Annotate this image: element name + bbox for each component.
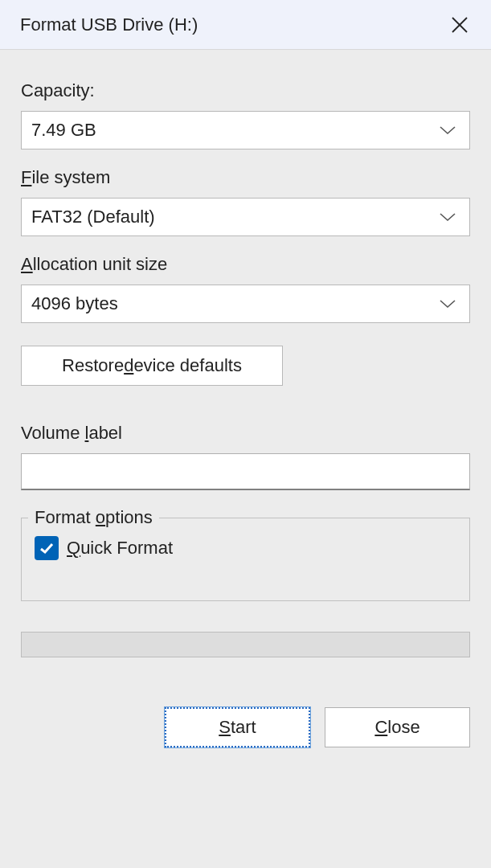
- chevron-down-icon: [439, 211, 456, 223]
- restore-defaults-button[interactable]: Restore device defaults: [21, 346, 283, 386]
- volume-label-input[interactable]: [21, 453, 470, 490]
- filesystem-value: FAT32 (Default): [31, 207, 155, 227]
- start-button[interactable]: Start: [165, 707, 310, 747]
- format-options-group: Format options Quick Format: [21, 518, 470, 601]
- chevron-down-icon: [439, 125, 456, 136]
- quick-format-row: Quick Format: [35, 536, 456, 560]
- allocation-dropdown[interactable]: 4096 bytes: [21, 285, 470, 323]
- quick-format-checkbox[interactable]: [35, 536, 59, 560]
- quick-format-label: Quick Format: [67, 538, 173, 559]
- button-row: Start Close: [21, 707, 470, 747]
- format-options-legend: Format options: [28, 507, 159, 528]
- chevron-down-icon: [439, 298, 456, 309]
- filesystem-dropdown[interactable]: FAT32 (Default): [21, 198, 470, 236]
- close-icon[interactable]: [444, 10, 475, 40]
- titlebar: Format USB Drive (H:): [0, 0, 491, 50]
- window-title: Format USB Drive (H:): [20, 14, 198, 35]
- close-button[interactable]: Close: [325, 707, 470, 747]
- check-icon: [39, 540, 55, 556]
- progress-bar: [21, 632, 470, 657]
- dialog-content: Capacity: 7.49 GB File system FAT32 (Def…: [0, 50, 491, 747]
- capacity-value: 7.49 GB: [31, 120, 96, 141]
- allocation-label: Allocation unit size: [21, 254, 470, 275]
- capacity-dropdown[interactable]: 7.49 GB: [21, 111, 470, 149]
- allocation-value: 4096 bytes: [31, 293, 118, 314]
- capacity-label: Capacity:: [21, 80, 470, 101]
- filesystem-label: File system: [21, 167, 470, 188]
- volume-label-label: Volume label: [21, 423, 470, 444]
